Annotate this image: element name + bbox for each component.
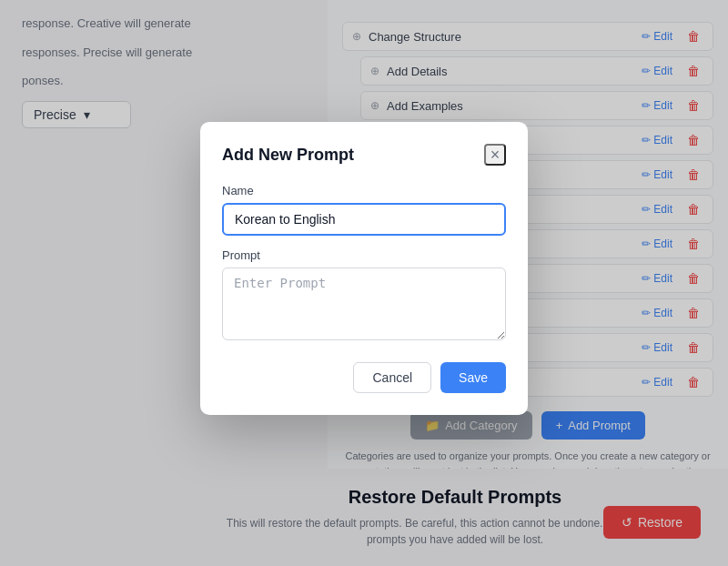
save-button[interactable]: Save	[440, 362, 506, 393]
modal-close-button[interactable]: ×	[484, 144, 506, 166]
cancel-button[interactable]: Cancel	[353, 362, 431, 393]
prompt-label: Prompt	[222, 248, 506, 262]
modal-footer: Cancel Save	[222, 362, 506, 393]
add-new-prompt-modal: Add New Prompt × Name Prompt Cancel Save	[200, 122, 528, 415]
name-label: Name	[222, 184, 506, 197]
modal-header: Add New Prompt ×	[222, 144, 506, 166]
name-input[interactable]	[222, 203, 506, 236]
prompt-textarea[interactable]	[222, 268, 506, 340]
modal-title: Add New Prompt	[222, 145, 354, 164]
